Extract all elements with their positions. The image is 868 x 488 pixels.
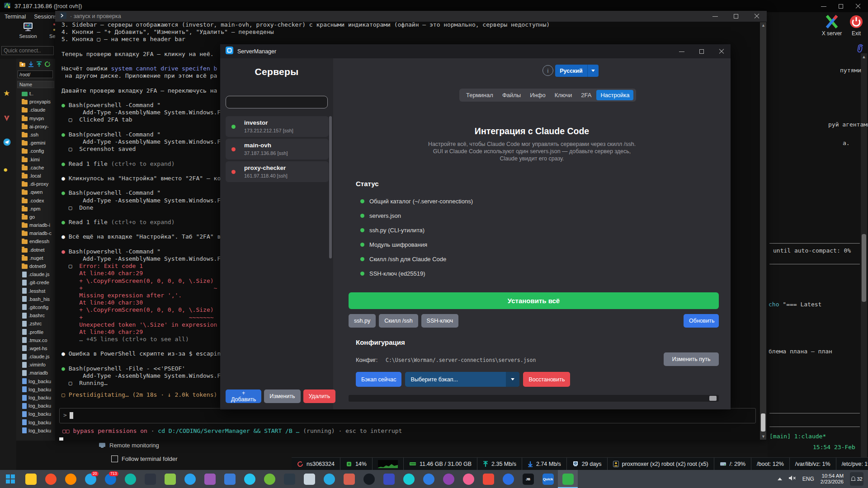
file-row[interactable]: go [17,213,55,221]
vnc-icon[interactable] [3,115,10,124]
taskbar-app-icon[interactable] [399,470,419,488]
component-button-ssh[interactable]: Скилл /ssh [379,314,418,328]
delete-server-button[interactable]: Удалить [303,389,336,403]
volume-muted-icon[interactable] [788,475,796,483]
terminal-prompt-box[interactable]: > [59,408,756,423]
taskbar-app-icon[interactable] [41,470,61,488]
remote-monitoring-row[interactable]: Remote monitoring [99,442,159,449]
tab-Инфо[interactable]: Инфо [526,90,549,100]
taskbar-app-icon[interactable] [259,470,279,488]
taskbar-app-icon[interactable] [279,470,299,488]
component-button-ssh.py[interactable]: ssh.py [349,314,376,328]
taskbar-app-icon[interactable] [61,470,80,488]
scrollbar-thumb[interactable] [709,396,717,401]
file-row[interactable]: .lesshst [17,287,55,295]
file-row[interactable]: .di-proxy [17,180,55,188]
file-row[interactable]: .ssh [17,131,55,139]
server-search-input[interactable] [226,96,328,108]
tab-2FA[interactable]: 2FA [577,90,595,100]
file-row[interactable]: .profile [17,328,55,336]
edit-server-button[interactable]: Изменить [264,389,300,403]
taskbar-app-icon[interactable] [180,470,200,488]
file-row[interactable]: .git-crede [17,278,55,286]
restore-button[interactable]: Восстановить [523,372,570,387]
backup-now-button[interactable]: Бэкап сейчас [356,372,401,387]
files-column-header[interactable]: Name [17,81,54,88]
file-row[interactable]: .cache [17,164,55,172]
language-dropdown[interactable]: Русский [555,65,599,77]
file-row[interactable]: .bash_his [17,295,55,303]
file-row[interactable]: log_backu [17,385,55,394]
quick-connect-input[interactable] [1,46,54,55]
maximize-icon[interactable] [733,14,739,19]
tab-Ключи[interactable]: Ключи [551,90,576,100]
taskbar-app-icon[interactable] [299,470,319,488]
horizontal-scrollbar[interactable] [349,395,719,402]
taskbar-app-icon[interactable]: 20 [80,470,100,488]
taskbar-app-icon[interactable] [558,470,578,488]
taskbar-app-icon[interactable] [140,470,160,488]
file-row[interactable]: .claude.js [17,352,55,361]
x-server-button[interactable]: X server [819,14,844,37]
server-list-item[interactable]: proxy-checker161.97.118.40 [ssh] [226,161,329,182]
file-row[interactable]: .bashrc [17,311,55,319]
file-row[interactable]: log_backu [17,394,55,402]
file-row[interactable]: log_backu [17,377,55,385]
close-icon[interactable] [754,14,760,19]
tray-expand-icon[interactable] [778,478,782,480]
menu-terminal[interactable]: Terminal [5,14,26,20]
session-button[interactable]: Session [15,22,41,39]
refresh-icon[interactable] [44,61,51,69]
tab-Файлы[interactable]: Файлы [498,90,525,100]
menu-sessions[interactable]: Sessions [34,14,57,20]
taskbar-app-icon[interactable] [439,470,458,488]
minimize-icon[interactable] [679,49,684,54]
taskbar-app-icon[interactable] [319,470,339,488]
refresh-button[interactable]: Обновить [684,314,719,328]
taskbar-app-icon[interactable] [339,470,359,488]
scroll-up-icon[interactable]: ▲ [761,23,765,28]
taskbar-app-icon[interactable]: 713 [100,470,120,488]
taskbar-app-icon[interactable]: Quick [538,470,558,488]
scroll-up-icon[interactable]: ▲ [862,54,866,59]
terminal-scrollbar[interactable]: ▲ ▼ [760,22,766,440]
file-row[interactable]: myvpn [17,114,55,122]
file-row[interactable]: .npm [17,205,55,213]
taskbar-app-icon[interactable] [498,470,518,488]
folder-up-icon[interactable] [19,61,26,69]
exit-button[interactable]: Exit [847,14,865,37]
taskbar-app-icon[interactable] [379,470,399,488]
scrollbar-thumb[interactable] [761,413,765,432]
tab-Настройка[interactable]: Настройка [596,90,633,100]
maximize-icon[interactable] [699,49,704,54]
install-all-button[interactable]: Установить всё [349,292,719,309]
file-row[interactable]: .viminfo [17,361,55,369]
telegram-icon[interactable] [3,138,11,148]
info-icon[interactable]: i [542,65,553,76]
taskbar-app-icon[interactable] [21,470,41,488]
path-input[interactable] [18,70,53,78]
close-icon[interactable] [855,4,861,9]
file-row[interactable]: proxyapis [17,98,55,106]
file-row[interactable]: .mariadb [17,369,55,377]
upload-icon[interactable] [36,61,42,69]
follow-terminal-checkbox[interactable] [111,455,118,462]
taskbar-app-icon[interactable] [419,470,439,488]
tab-Терминал[interactable]: Терминал [462,90,497,100]
background-scrollbar[interactable]: ▲ [861,53,867,457]
taskbar-app-icon[interactable] [220,470,240,488]
file-row[interactable]: .qwen [17,188,55,196]
file-row[interactable]: log_backu [17,410,55,418]
favorites-star-icon[interactable]: ★ [3,89,10,98]
file-row[interactable]: .dotnet [17,246,55,254]
input-language-indicator[interactable]: ENG [802,476,814,482]
file-row[interactable]: .gitconfig [17,303,55,311]
tray-clock[interactable]: 10:54 AM 2/23/2026 [821,473,844,485]
file-row[interactable]: t.. [17,89,55,98]
file-row[interactable]: .codex [17,196,55,204]
file-row[interactable]: .config [17,147,55,155]
file-row[interactable]: .zshrc [17,319,55,328]
follow-terminal-folder-row[interactable]: Follow terminal folder [111,455,178,462]
taskbar-app-icon[interactable] [478,470,498,488]
start-button[interactable] [0,470,21,488]
